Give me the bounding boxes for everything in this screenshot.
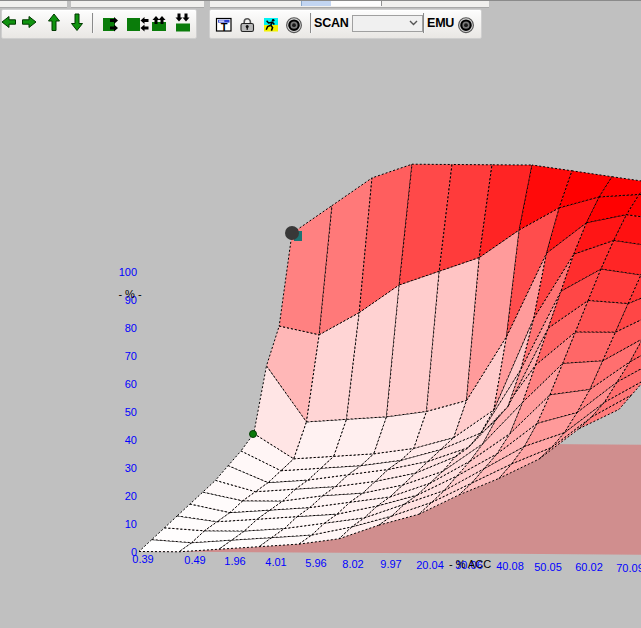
svg-text:60.02: 60.02 [575,561,603,573]
svg-text:100: 100 [119,266,137,278]
svg-text:20.04: 20.04 [416,559,444,571]
svg-text:4.01: 4.01 [265,556,286,568]
svg-text:70.09: 70.09 [616,562,641,574]
svg-text:T: T [221,21,228,33]
svg-text:9.97: 9.97 [380,558,401,570]
svg-text:- % ACC: - % ACC [449,558,491,570]
svg-text:40: 40 [125,434,137,446]
svg-text:40.08: 40.08 [496,560,524,572]
svg-text:0.39: 0.39 [132,553,153,565]
svg-text:30: 30 [125,462,137,474]
svg-text:8.02: 8.02 [342,558,363,570]
svg-text:70: 70 [125,350,137,362]
svg-text:0.49: 0.49 [184,554,205,566]
svg-text:10: 10 [125,518,137,530]
svg-text:80: 80 [125,322,137,334]
svg-text:5.96: 5.96 [305,557,326,569]
svg-text:1.96: 1.96 [224,555,245,567]
svg-text:50.05: 50.05 [534,561,562,573]
svg-text:60: 60 [125,378,137,390]
svg-text:- % -: - % - [118,288,142,300]
svg-text:50: 50 [125,406,137,418]
svg-text:20: 20 [125,490,137,502]
